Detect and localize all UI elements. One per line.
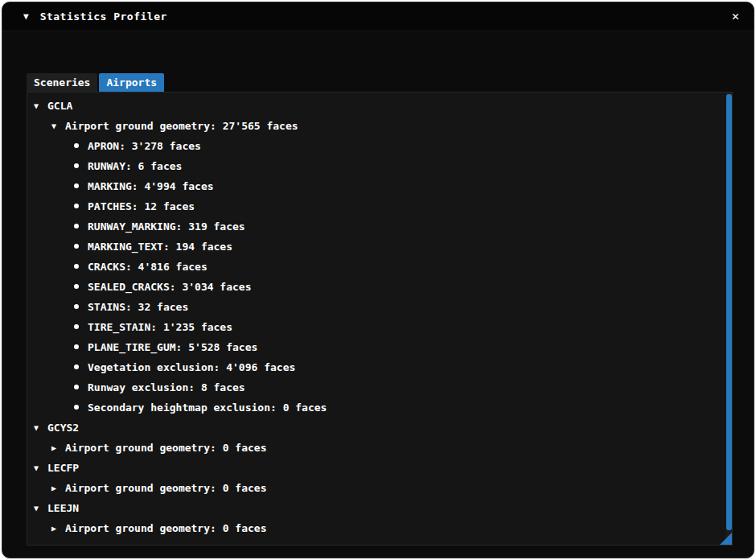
tree-label: STAINS: 32 faces	[88, 297, 188, 317]
expand-arrow-icon[interactable]: ▶	[51, 478, 65, 498]
window-title: Statistics Profiler	[40, 10, 167, 23]
tree-row[interactable]: TIRE_STAIN: 1'235 faces	[27, 317, 732, 337]
tree-label: GCLA	[47, 96, 72, 116]
tree-row[interactable]: RUNWAY: 6 faces	[27, 156, 732, 176]
tree-label: Secondary heightmap exclusion: 0 faces	[88, 397, 327, 418]
collapse-arrow-icon[interactable]: ▼	[34, 538, 47, 546]
tree-row[interactable]: APRON: 3'278 faces	[27, 136, 732, 156]
tree-label: LE	[47, 538, 60, 546]
bullet-icon	[74, 297, 88, 317]
tree-row[interactable]: Runway exclusion: 8 faces	[27, 377, 732, 397]
bullet-icon	[74, 216, 88, 237]
tree-label: Airport ground geometry: 0 faces	[65, 478, 266, 498]
bullet-icon	[74, 377, 88, 397]
tree-row[interactable]: PLANE_TIRE_GUM: 5'528 faces	[27, 337, 732, 357]
tree-row[interactable]: CRACKS: 4'816 faces	[27, 257, 732, 277]
tree-row[interactable]: PATCHES: 12 faces	[27, 196, 732, 216]
tree-label: RUNWAY_MARKING: 319 faces	[88, 216, 245, 237]
tree-row[interactable]: ▼LE	[27, 538, 732, 546]
collapse-arrow-icon[interactable]: ▼	[34, 458, 47, 478]
airports-panel: ▼GCLA▼Airport ground geometry: 27'565 fa…	[27, 92, 733, 546]
statistics-profiler-window: ▼ Statistics Profiler ✕ Sceneries Airpor…	[2, 2, 754, 558]
expand-arrow-icon[interactable]: ▶	[51, 518, 65, 538]
bullet-icon	[74, 257, 88, 277]
tree-label: Airport ground geometry: 27'565 faces	[65, 116, 298, 136]
tree-label: CRACKS: 4'816 faces	[88, 257, 207, 277]
tree-row[interactable]: ▶Airport ground geometry: 0 faces	[27, 478, 732, 498]
tree-row[interactable]: Secondary heightmap exclusion: 0 faces	[27, 397, 732, 418]
scrollbar-thumb[interactable]	[726, 94, 732, 530]
bullet-icon	[74, 237, 88, 257]
tree-label: APRON: 3'278 faces	[88, 136, 201, 156]
tree-row[interactable]: MARKING: 4'994 faces	[27, 176, 732, 196]
tree-row[interactable]: Vegetation exclusion: 4'096 faces	[27, 357, 732, 377]
tree-row[interactable]: ▼LECFP	[27, 458, 732, 478]
tree-label: Airport ground geometry: 0 faces	[65, 438, 266, 458]
tree-label: PLANE_TIRE_GUM: 5'528 faces	[88, 337, 257, 357]
bullet-icon	[74, 277, 88, 297]
tree-label: Runway exclusion: 8 faces	[88, 377, 245, 397]
bullet-icon	[74, 337, 88, 357]
bullet-icon	[74, 397, 88, 418]
collapse-arrow-icon[interactable]: ▼	[34, 96, 47, 116]
tree-label: Vegetation exclusion: 4'096 faces	[88, 357, 295, 377]
tree-label: GCYS2	[47, 418, 79, 438]
collapse-arrow-icon[interactable]: ▼	[51, 116, 65, 136]
resize-grip-icon[interactable]	[720, 533, 732, 545]
tree-row[interactable]: ▼GCYS2	[27, 418, 732, 438]
tree-row[interactable]: SEALED_CRACKS: 3'034 faces	[27, 277, 732, 297]
bullet-icon	[74, 136, 88, 156]
bullet-icon	[74, 317, 88, 337]
collapse-arrow-icon[interactable]: ▼	[34, 418, 47, 438]
titlebar: ▼ Statistics Profiler ✕	[2, 2, 754, 31]
tab-airports[interactable]: Airports	[99, 73, 164, 92]
bullet-icon	[74, 196, 88, 216]
tree-row[interactable]: ▼Airport ground geometry: 27'565 faces	[27, 116, 732, 136]
tree-label: LECFP	[47, 458, 79, 478]
tree-label: PATCHES: 12 faces	[88, 196, 195, 216]
bullet-icon	[74, 176, 88, 196]
tree-row[interactable]: ▼GCLA	[27, 96, 732, 116]
bullet-icon	[74, 357, 88, 377]
tree-label: Airport ground geometry: 0 faces	[65, 518, 266, 538]
tree-label: SEALED_CRACKS: 3'034 faces	[88, 277, 252, 297]
tree-label: MARKING: 4'994 faces	[88, 176, 214, 196]
tree-row[interactable]: ▼LEEJN	[27, 498, 732, 518]
tree-row[interactable]: MARKING_TEXT: 194 faces	[27, 237, 732, 257]
tab-bar: Sceneries Airports	[27, 73, 164, 92]
tree-label: LEEJN	[47, 498, 79, 518]
tree-label: RUNWAY: 6 faces	[88, 156, 182, 176]
tab-sceneries[interactable]: Sceneries	[27, 73, 97, 92]
tree: ▼GCLA▼Airport ground geometry: 27'565 fa…	[27, 93, 732, 546]
tree-label: TIRE_STAIN: 1'235 faces	[88, 317, 232, 337]
bullet-icon	[74, 156, 88, 176]
close-icon[interactable]: ✕	[732, 10, 739, 23]
expand-arrow-icon[interactable]: ▶	[51, 438, 65, 458]
tree-row[interactable]: ▶Airport ground geometry: 0 faces	[27, 438, 732, 458]
window-collapse-arrow-icon[interactable]: ▼	[23, 11, 29, 22]
tree-label: MARKING_TEXT: 194 faces	[88, 237, 232, 257]
tree-row[interactable]: RUNWAY_MARKING: 319 faces	[27, 216, 732, 237]
collapse-arrow-icon[interactable]: ▼	[34, 498, 47, 518]
tree-row[interactable]: ▶Airport ground geometry: 0 faces	[27, 518, 732, 538]
tree-row[interactable]: STAINS: 32 faces	[27, 297, 732, 317]
vertical-scrollbar[interactable]	[726, 93, 732, 545]
